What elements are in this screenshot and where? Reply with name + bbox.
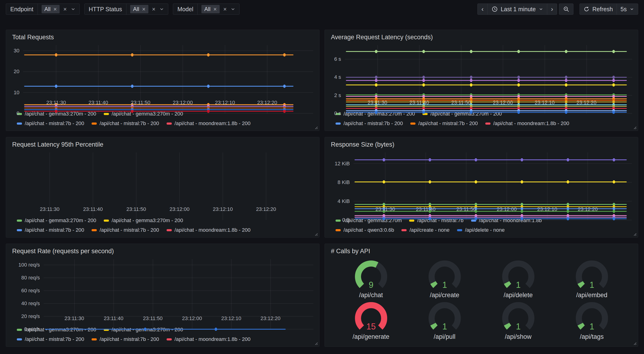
x-axis-tick: 23:11:30 [376, 206, 395, 212]
legend-item[interactable]: /api/chat - mistral:7b - 200 [92, 120, 159, 127]
chevron-down-icon[interactable] [159, 7, 164, 12]
remove-value-icon[interactable]: × [53, 6, 57, 12]
panel-resize-handle[interactable] [314, 341, 318, 345]
panel-title[interactable]: Total Requests [6, 30, 319, 42]
chart-canvas[interactable] [345, 44, 632, 98]
chevron-down-icon[interactable] [70, 7, 76, 12]
panel-response-size: Response Size (bytes) 12 KiB8 KiB4 KiB0 … [324, 137, 638, 238]
panel-resize-handle[interactable] [632, 232, 637, 236]
y-axis: 6 s4 s2 s0 s [331, 44, 345, 98]
legend-item[interactable]: /api/chat - mistral:7b - 200 [17, 120, 84, 127]
legend-series-color [17, 329, 22, 331]
y-axis-tick: 0 B [342, 217, 350, 223]
legend-series-label: /api/chat - moondream:1.8b - 200 [174, 120, 250, 127]
panel-title[interactable]: Average Request Latency (seconds) [325, 30, 638, 42]
y-axis-tick: 20 req/s [21, 313, 40, 319]
legend-item[interactable]: /api/delete - none [457, 227, 505, 233]
panel-request-latency-95th: Request Latency 95th Percentile 23:11:30… [6, 137, 320, 238]
gauge-arc: 1 [570, 258, 614, 291]
filter-http-status-value[interactable]: All × × [126, 4, 168, 15]
y-axis-tick: 4 KiB [338, 198, 350, 204]
gauge-arc: 1 [570, 300, 614, 333]
time-back-button[interactable]: ‹ [478, 4, 488, 15]
y-axis-tick: 2 s [334, 92, 341, 98]
y-axis [12, 152, 16, 204]
legend-series-color [17, 123, 22, 125]
legend-series-color [336, 220, 341, 222]
x-axis-tick: 23:11:50 [451, 100, 471, 106]
x-axis: 23:11:3023:11:4023:11:5023:12:0023:12:10… [44, 313, 313, 323]
gauge-value: 15 [366, 322, 376, 331]
legend-item[interactable]: /api/chat - mistral:7b - 200 [92, 336, 159, 342]
remove-value-icon[interactable]: × [142, 6, 146, 12]
legend-item[interactable]: /api/chat - moondream:1.8b - 200 [166, 227, 250, 233]
time-controls: ‹ Last 1 minute › [478, 4, 638, 15]
x-axis-tick: 23:12:20 [578, 206, 598, 212]
legend-series-label: /api/chat - mistral:7b - 200 [25, 120, 84, 127]
x-axis-tick: 23:11:30 [40, 206, 60, 212]
panel-resize-handle[interactable] [632, 341, 637, 345]
legend-item[interactable]: /api/chat - mistral:7b - 200 [17, 227, 84, 233]
filter-endpoint-value[interactable]: All × × [38, 4, 80, 15]
refresh-button[interactable]: Refresh [580, 4, 617, 15]
legend-item[interactable]: /api/chat - mistral:7b - 200 [17, 336, 84, 342]
gauge-value: 1 [516, 322, 520, 331]
clear-filter-icon[interactable]: × [63, 6, 67, 12]
y-axis-tick: 6 s [334, 56, 341, 62]
gauge-label: /api/create [430, 291, 459, 299]
panel-title[interactable]: # Calls by API [325, 244, 638, 256]
chart-canvas[interactable] [23, 44, 313, 98]
time-forward-button[interactable]: › [547, 4, 557, 15]
chart-canvas[interactable] [354, 152, 632, 204]
legend-item[interactable]: /api/chat - moondream:1.8b - 200 [166, 336, 250, 342]
clear-filter-icon[interactable]: × [224, 6, 227, 12]
legend-series-color [92, 338, 97, 340]
filter-chip[interactable]: All × [202, 5, 220, 13]
x-axis: 23:11:3023:11:4023:11:5023:12:0023:12:10… [354, 204, 632, 213]
legend-item[interactable]: /api/chat - moondream:1.8b - 200 [485, 120, 569, 127]
legend-item[interactable]: /api/chat - qwen3:0.6b [336, 227, 394, 233]
panel-resize-handle[interactable] [314, 125, 318, 130]
chevron-down-icon[interactable] [230, 7, 236, 12]
legend-series-label: /api/chat - qwen3:0.6b [344, 227, 394, 233]
y-axis: 100 req/s80 req/s60 req/s40 req/s20 req/… [12, 258, 44, 313]
y-axis-tick: 60 req/s [21, 288, 40, 294]
filter-model-label: Model [173, 4, 198, 15]
x-axis-tick: 23:12:10 [215, 100, 235, 106]
filter-endpoint: Endpoint All × × [6, 4, 80, 15]
chart-canvas[interactable] [44, 258, 313, 313]
filter-chip[interactable]: All × [130, 5, 148, 13]
chevron-down-icon [630, 7, 634, 12]
gauge-value: 1 [442, 322, 447, 331]
x-axis-tick: 23:11:30 [46, 100, 66, 106]
remove-value-icon[interactable]: × [213, 6, 217, 12]
clear-filter-icon[interactable]: × [152, 6, 156, 12]
legend-row: /api/chat - mistral:7b - 200/api/chat - … [17, 120, 313, 127]
legend-item[interactable]: /api/chat - moondream:1.8b - 200 [166, 120, 250, 127]
legend-series-label: /api/chat - mistral:7b - 200 [418, 120, 478, 127]
time-range-picker[interactable]: Last 1 minute [488, 4, 547, 15]
gauge-label: /api/pull [434, 333, 456, 340]
panel-title[interactable]: Response Size (bytes) [325, 137, 638, 150]
panel-title[interactable]: Request Rate (requests per second) [6, 244, 319, 256]
filter-chip[interactable]: All × [42, 5, 60, 13]
legend-series-color [92, 229, 97, 231]
legend-item[interactable]: /api/chat - mistral:7b - 200 [410, 120, 478, 127]
legend-series-color [166, 338, 172, 340]
chart-canvas[interactable] [16, 152, 313, 204]
filter-model-value[interactable]: All × × [198, 4, 239, 15]
zoom-out-button[interactable] [559, 4, 574, 15]
legend-item[interactable]: /api/create - none [402, 227, 449, 233]
y-axis-tick: 8 KiB [338, 179, 350, 185]
legend-item[interactable]: /api/chat - mistral:7b - 200 [92, 227, 159, 233]
y-axis-tick: 10 [14, 90, 20, 96]
legend-item[interactable]: /api/chat - mistral:7b - 200 [336, 120, 403, 127]
panel-resize-handle[interactable] [632, 125, 637, 130]
panel-resize-handle[interactable] [314, 232, 318, 236]
zoom-out-icon [563, 6, 570, 13]
refresh-interval-dropdown[interactable]: 5s [617, 4, 638, 15]
gauge-label: /api/generate [352, 333, 390, 340]
x-axis-tick: 23:11:50 [131, 100, 150, 106]
panel-title[interactable]: Request Latency 95th Percentile [6, 137, 319, 150]
gauge-arc: 1 [496, 300, 540, 333]
